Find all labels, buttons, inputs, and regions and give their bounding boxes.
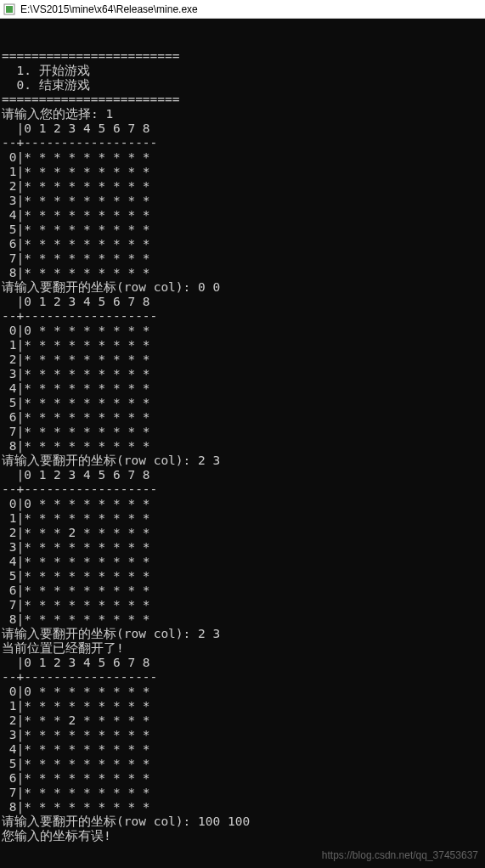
console-line: 2|* * * 2 * * * * *	[2, 713, 485, 728]
console-line: 7|* * * * * * * * *	[2, 786, 485, 800]
watermark-text: https://blog.csdn.net/qq_37453637	[322, 848, 478, 863]
console-line: 当前位置已经翻开了!	[2, 641, 485, 656]
console-line: 1. 开始游戏	[2, 64, 485, 78]
console-output[interactable]: ======================== 1. 开始游戏 0. 结束游戏…	[0, 19, 485, 868]
console-line: 0|0 * * * * * * * *	[2, 324, 485, 338]
console-line: ========================	[2, 49, 485, 64]
console-line: 6|* * * * * * * * *	[2, 583, 485, 598]
window-titlebar[interactable]: E:\VS2015\mine\x64\Release\mine.exe	[0, 0, 485, 19]
console-line: --+------------------	[2, 670, 485, 685]
console-line: 2|* * * 2 * * * * *	[2, 526, 485, 540]
window-title: E:\VS2015\mine\x64\Release\mine.exe	[20, 3, 198, 15]
console-line: 4|* * * * * * * * *	[2, 555, 485, 569]
console-line: 0|* * * * * * * * *	[2, 150, 485, 165]
console-line: 1|* * * * * * * * *	[2, 699, 485, 713]
console-line: 8|* * * * * * * * *	[2, 612, 485, 627]
console-line: 请输入要翻开的坐标(row col): 2 3	[2, 627, 485, 641]
console-line: 0|0 * * * * * * * *	[2, 497, 485, 511]
console-line: 7|* * * * * * * * *	[2, 425, 485, 439]
console-line: 4|* * * * * * * * *	[2, 742, 485, 757]
console-line: 3|* * * * * * * * *	[2, 367, 485, 381]
console-line: 3|* * * * * * * * *	[2, 540, 485, 555]
console-line: 3|* * * * * * * * *	[2, 194, 485, 208]
console-line: 5|* * * * * * * * *	[2, 223, 485, 237]
console-line: 8|* * * * * * * * *	[2, 266, 485, 280]
console-line: 2|* * * * * * * * *	[2, 352, 485, 367]
console-line: 7|* * * * * * * * *	[2, 251, 485, 266]
console-line: |0 1 2 3 4 5 6 7 8	[2, 656, 485, 670]
console-line: 6|* * * * * * * * *	[2, 237, 485, 251]
console-line: --+------------------	[2, 136, 485, 150]
console-line: --+------------------	[2, 482, 485, 497]
console-line: 1|* * * * * * * * *	[2, 511, 485, 526]
console-line: 6|* * * * * * * * *	[2, 410, 485, 425]
console-line: 5|* * * * * * * * *	[2, 757, 485, 771]
console-line: 4|* * * * * * * * *	[2, 208, 485, 223]
console-line: 3|* * * * * * * * *	[2, 728, 485, 742]
console-line: 请输入要翻开的坐标(row col): 0 0	[2, 280, 485, 295]
console-line: 6|* * * * * * * * *	[2, 771, 485, 786]
console-line: 请输入要翻开的坐标(row col): 2 3	[2, 454, 485, 468]
console-line: ========================	[2, 93, 485, 107]
console-line: 4|* * * * * * * * *	[2, 381, 485, 396]
console-line: |0 1 2 3 4 5 6 7 8	[2, 468, 485, 482]
console-line: 7|* * * * * * * * *	[2, 598, 485, 612]
console-line: 0|0 * * * * * * * *	[2, 685, 485, 699]
console-line: |0 1 2 3 4 5 6 7 8	[2, 121, 485, 136]
console-line: 您输入的坐标有误!	[2, 829, 485, 843]
console-line: |0 1 2 3 4 5 6 7 8	[2, 295, 485, 309]
console-line: 1|* * * * * * * * *	[2, 165, 485, 179]
console-line: 0. 结束游戏	[2, 78, 485, 93]
console-line: 5|* * * * * * * * *	[2, 396, 485, 410]
console-line: --+------------------	[2, 309, 485, 324]
svg-rect-1	[6, 6, 13, 13]
console-line: 请输入您的选择: 1	[2, 107, 485, 121]
app-icon	[3, 3, 15, 15]
console-line: 请输入要翻开的坐标(row col): 100 100	[2, 814, 485, 829]
console-line: 5|* * * * * * * * *	[2, 569, 485, 583]
console-line: 8|* * * * * * * * *	[2, 800, 485, 814]
console-line: 2|* * * * * * * * *	[2, 179, 485, 194]
console-line: 1|* * * * * * * * *	[2, 338, 485, 352]
console-line: 8|* * * * * * * * *	[2, 439, 485, 454]
